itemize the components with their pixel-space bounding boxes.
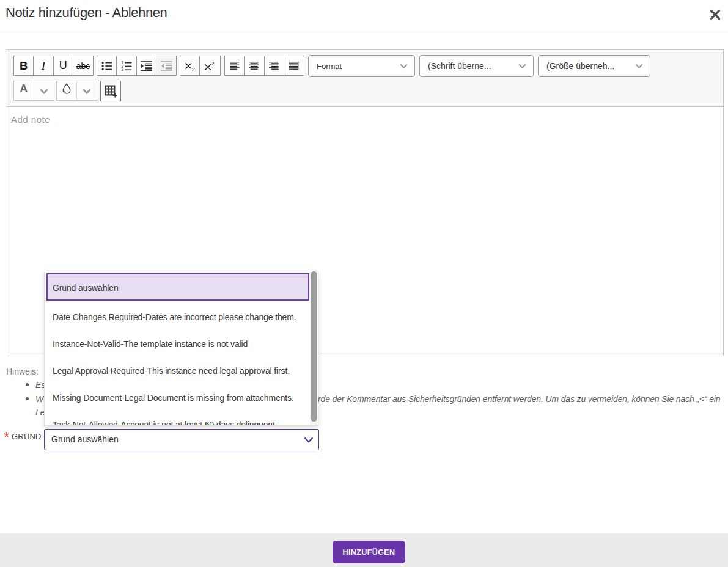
svg-text:2: 2 <box>192 66 195 71</box>
svg-text:2: 2 <box>211 60 215 67</box>
svg-text:3: 3 <box>121 67 123 71</box>
